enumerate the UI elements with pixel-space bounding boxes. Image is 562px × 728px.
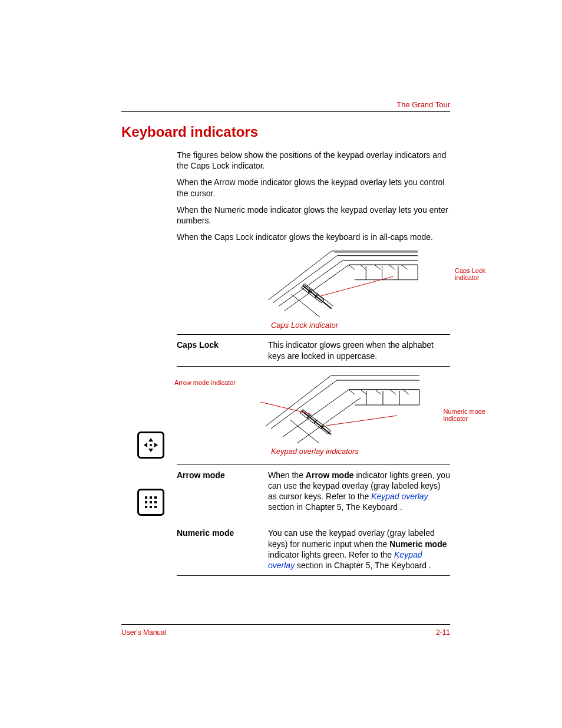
svg-line-17 (361, 390, 366, 394)
chapter-name: The Grand Tour (396, 100, 450, 109)
intro-paragraph: When the Caps Lock indicator glows the k… (177, 232, 450, 242)
svg-line-9 (303, 286, 332, 309)
page-header: The Grand Tour (121, 100, 450, 112)
svg-line-10 (305, 284, 333, 307)
footer-page-number: 2-11 (436, 628, 450, 637)
svg-line-2 (361, 265, 366, 270)
body-content: The figures below show the positions of … (177, 147, 450, 582)
svg-line-24 (302, 411, 331, 434)
svg-rect-40 (145, 501, 147, 503)
row-description: This indicator glows green when the alph… (268, 340, 450, 361)
row-label: Arrow mode (177, 470, 268, 513)
svg-rect-37 (145, 496, 147, 499)
page-footer: User's Manual 2-11 (121, 624, 450, 637)
svg-line-31 (326, 416, 397, 426)
svg-rect-38 (150, 496, 152, 499)
svg-marker-35 (154, 443, 158, 447)
svg-line-5 (402, 265, 408, 270)
row-arrow-mode: Arrow mode When the Arrow mode indicator… (177, 465, 450, 518)
row-numeric-mode: Numeric mode You can use the keypad over… (177, 523, 450, 576)
link-keypad-overlay[interactable]: Keypad overlay (371, 492, 428, 501)
intro-paragraph: When the Arrow mode indicator glows the … (177, 177, 450, 198)
svg-rect-42 (154, 501, 157, 503)
figure-caption: Caps Lock indicator (271, 321, 338, 331)
svg-rect-45 (154, 506, 157, 508)
svg-line-16 (349, 390, 355, 394)
keyboard-corner-icon (260, 248, 437, 317)
svg-rect-41 (150, 501, 152, 503)
figure-caps-lock: Caps Lock indicator Caps Lock indicator (177, 248, 450, 331)
row-label: Numeric mode (177, 528, 268, 571)
callout-caps-lock: Caps Lock indicator (455, 267, 485, 281)
svg-line-15 (321, 276, 394, 296)
svg-marker-34 (144, 443, 147, 447)
svg-line-3 (375, 265, 381, 270)
page-title: Keyboard indicators (121, 124, 258, 140)
footer-manual-name: User's Manual (121, 628, 166, 637)
svg-rect-44 (150, 506, 152, 508)
svg-marker-33 (148, 449, 153, 452)
svg-point-36 (150, 444, 152, 446)
keyboard-corner-icon (260, 373, 437, 443)
row-label: Caps Lock (177, 340, 268, 361)
row-description: You can use the keypad overlay (gray lab… (268, 528, 450, 571)
numeric-mode-icon (137, 489, 164, 516)
svg-rect-43 (145, 506, 147, 508)
intro-paragraph: The figures below show the positions of … (177, 150, 450, 171)
callout-numeric-mode: Numeric mode indicator (443, 408, 485, 422)
page: The Grand Tour Keyboard indicators The f… (0, 0, 562, 728)
callout-arrow-mode: Arrow mode indicator (174, 378, 236, 387)
svg-line-4 (389, 265, 395, 270)
svg-line-1 (349, 265, 355, 270)
arrow-mode-icon (137, 431, 164, 459)
row-description: When the Arrow mode indicator lights gre… (268, 470, 450, 513)
row-caps-lock: Caps Lock This indicator glows green whe… (177, 334, 450, 366)
svg-line-19 (390, 390, 396, 394)
svg-line-20 (403, 390, 409, 394)
svg-marker-32 (148, 438, 153, 442)
intro-paragraph: When the Numeric mode indicator glows th… (177, 205, 450, 226)
svg-rect-39 (154, 496, 157, 499)
figure-caption: Keypad overlay indicators (271, 447, 359, 457)
svg-line-18 (375, 390, 381, 394)
